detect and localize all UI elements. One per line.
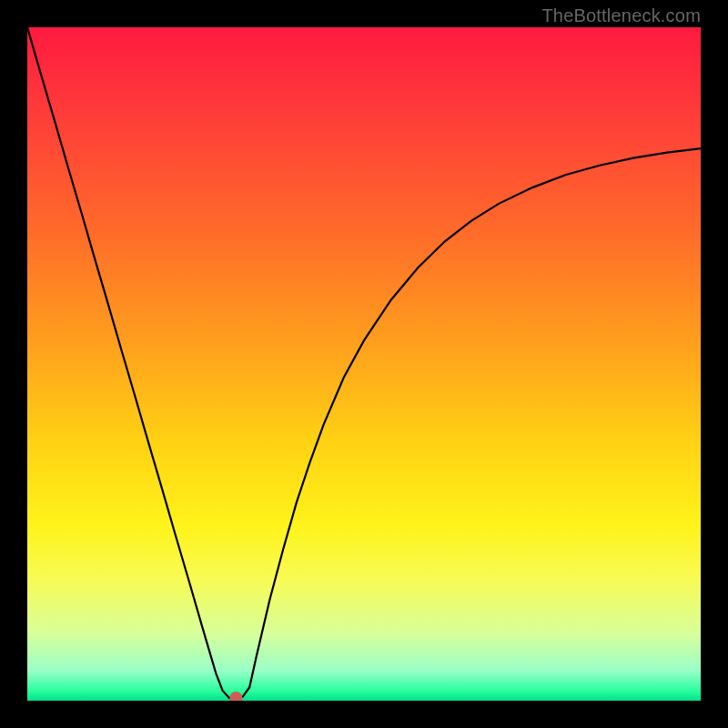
chart-frame [27, 27, 701, 701]
gradient-background [27, 27, 701, 701]
bottleneck-chart [27, 27, 701, 701]
watermark-text: TheBottleneck.com [541, 5, 701, 26]
